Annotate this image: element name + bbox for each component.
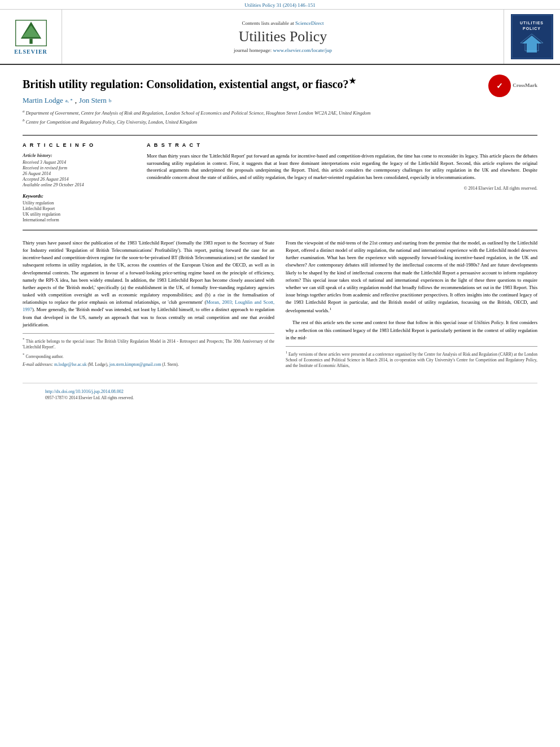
keywords-label: Keywords: bbox=[23, 193, 135, 199]
crossmark-label: CrossMark bbox=[513, 82, 537, 89]
available-date: Available online 29 October 2014 bbox=[23, 182, 135, 187]
contents-available: Contents lists available at ScienceDirec… bbox=[242, 20, 324, 26]
article-content: British utility regulation: Consolidatio… bbox=[0, 65, 560, 416]
accepted-date: Accepted 26 August 2014 bbox=[23, 177, 135, 182]
copyright-line: © 2014 Elsevier Ltd. All rights reserved… bbox=[147, 186, 537, 191]
body-col-right: From the viewpoint of the mid-teens of t… bbox=[286, 239, 537, 372]
author-martin-lodge[interactable]: Martin Lodge bbox=[23, 96, 63, 105]
doi-link[interactable]: http://dx.doi.org/10.1016/j.jup.2014.08.… bbox=[45, 389, 124, 394]
author-jon-sup: b bbox=[109, 98, 112, 103]
footnote-star-1: * This article belongs to the special is… bbox=[23, 337, 274, 351]
affiliations: a Department of Government, Centre for A… bbox=[23, 108, 537, 126]
moran-ref[interactable]: Moran, 2003; Loughlin and Scott, 1997 bbox=[23, 299, 274, 312]
body-para-2: From the viewpoint of the mid-teens of t… bbox=[286, 239, 537, 315]
svg-rect-0 bbox=[29, 38, 32, 43]
author-martin-sup: a, * bbox=[65, 98, 73, 103]
abstract-text: More than thirty years since the 'Little… bbox=[147, 152, 537, 181]
footnote-corresponding: * Corresponding author. bbox=[23, 352, 274, 360]
crossmark-icon: ✓ CrossMark bbox=[487, 73, 513, 99]
authors-line: Martin Lodgea, *, Jon Sternb bbox=[23, 96, 487, 105]
footnote-email: E-mail addresses: m.lodge@lse.ac.uk (M. … bbox=[23, 362, 274, 368]
elsevier-logo: ELSEVIER bbox=[11, 19, 51, 55]
keywords-section: Keywords: Utility regulation Littlechild… bbox=[23, 193, 135, 222]
journal-cover-image: UTILITIES POLICY bbox=[511, 14, 553, 59]
svg-marker-2 bbox=[22, 25, 40, 37]
affiliation-b: b Centre for Competition and Regulatory … bbox=[23, 117, 537, 126]
body-para-3: The rest of this article sets the scene … bbox=[286, 319, 537, 342]
elsevier-tree-icon bbox=[11, 19, 51, 47]
svg-text:✓: ✓ bbox=[496, 81, 503, 90]
history-label: Article history: bbox=[23, 152, 135, 158]
email-lodge[interactable]: m.lodge@lse.ac.uk bbox=[54, 362, 87, 367]
article-history: Article history: Received 3 August 2014 … bbox=[23, 152, 135, 187]
abstract-header: A B S T R A C T bbox=[147, 142, 537, 148]
affil-sup-b: b bbox=[23, 118, 25, 123]
journal-info-bar: Utilities Policy 31 (2014) 146–151 bbox=[0, 0, 560, 10]
svg-text:UTILITIES: UTILITIES bbox=[520, 21, 544, 25]
journal-header: ELSEVIER Contents lists available at Sci… bbox=[0, 10, 560, 65]
received-revised-label: Received in revised form bbox=[23, 165, 135, 171]
journal-title-area: Contents lists available at ScienceDirec… bbox=[62, 10, 504, 64]
footnotes-col2: 1 Early versions of these articles were … bbox=[286, 346, 537, 369]
svg-text:POLICY: POLICY bbox=[523, 27, 541, 30]
author-jon-stern[interactable]: Jon Stern bbox=[79, 96, 107, 105]
svg-text:CrossMark: CrossMark bbox=[492, 92, 507, 95]
keyword-3: UK utility regulation bbox=[23, 212, 135, 217]
abstract-col: A B S T R A C T More than thirty years s… bbox=[147, 142, 537, 223]
journal-homepage: journal homepage: www.elsevier.com/locat… bbox=[234, 47, 332, 53]
elsevier-logo-area: ELSEVIER bbox=[0, 10, 62, 64]
footnote-1: 1 Early versions of these articles were … bbox=[286, 350, 537, 369]
affil-sup-a: a bbox=[23, 109, 25, 113]
journal-cover-svg: UTILITIES POLICY bbox=[511, 14, 553, 59]
elsevier-text: ELSEVIER bbox=[14, 49, 47, 55]
revised-date: 26 August 2014 bbox=[23, 171, 135, 176]
title-star: ★ bbox=[349, 77, 356, 85]
keyword-2: Littlechild Report bbox=[23, 206, 135, 211]
affiliation-a: a Department of Government, Centre for A… bbox=[23, 108, 537, 117]
homepage-link[interactable]: www.elsevier.com/locate/jup bbox=[273, 47, 332, 53]
article-title: British utility regulation: Consolidatio… bbox=[23, 76, 537, 91]
body-para-1: Thirty years have passed since the publi… bbox=[23, 239, 274, 329]
sciencedirect-link[interactable]: ScienceDirect bbox=[295, 20, 323, 26]
bottom-bar: http://dx.doi.org/10.1016/j.jup.2014.08.… bbox=[23, 383, 537, 405]
article-info-header: A R T I C L E I N F O bbox=[23, 142, 135, 148]
article-info-abstract: A R T I C L E I N F O Article history: R… bbox=[23, 135, 537, 230]
body-col-left: Thirty years have passed since the publi… bbox=[23, 239, 274, 372]
journal-citation: Utilities Policy 31 (2014) 146–151 bbox=[244, 2, 316, 8]
article-info-col: A R T I C L E I N F O Article history: R… bbox=[23, 142, 135, 223]
journal-title: Utilities Policy bbox=[239, 28, 327, 45]
keyword-1: Utility regulation bbox=[23, 200, 135, 206]
article-body: Thirty years have passed since the publi… bbox=[23, 239, 537, 372]
issn-text: 0957-1787/© 2014 Elsevier Ltd. All right… bbox=[45, 395, 515, 400]
journal-cover-area: UTILITIES POLICY bbox=[504, 10, 560, 64]
received-date: Received 3 August 2014 bbox=[23, 160, 135, 165]
footnotes-col1: * This article belongs to the special is… bbox=[23, 333, 274, 368]
article-title-text: British utility regulation: Consolidatio… bbox=[23, 78, 349, 90]
email-stern[interactable]: jon.stern.kimpton@gmail.com bbox=[110, 362, 161, 367]
keyword-4: International reform bbox=[23, 217, 135, 222]
